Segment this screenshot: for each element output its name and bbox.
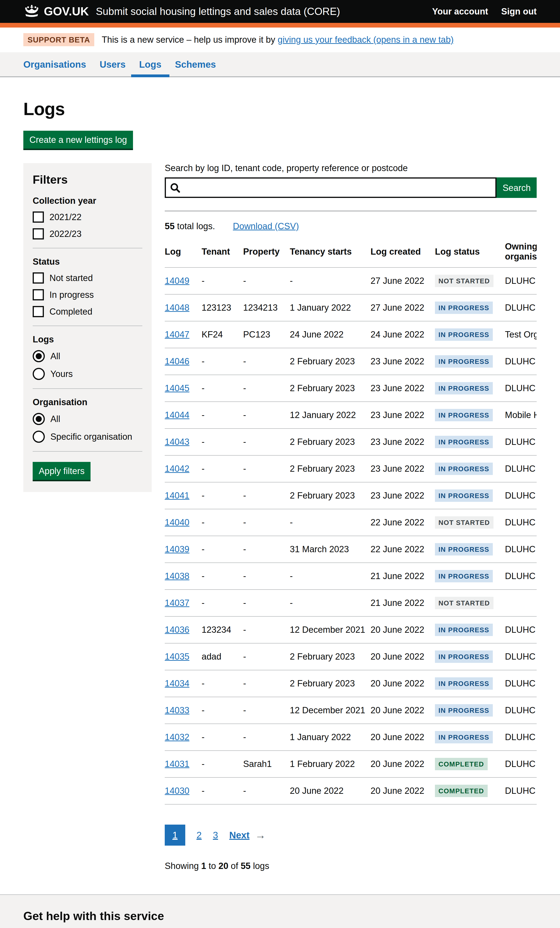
apply-filters-button[interactable]: Apply filters (33, 462, 90, 480)
log-link[interactable]: 14031 (165, 759, 189, 769)
log-created-cell: 23 June 2022 (371, 375, 435, 402)
feedback-link[interactable]: giving us your feedback (opens in a new … (278, 35, 453, 44)
checkbox-label[interactable]: Not started (49, 273, 93, 283)
log-link[interactable]: 14038 (165, 571, 189, 581)
log-link[interactable]: 14032 (165, 732, 189, 742)
checkbox-label[interactable]: 2021/22 (49, 212, 81, 222)
tenancy-starts-cell: 2 February 2023 (290, 348, 371, 375)
log-link[interactable]: 14034 (165, 679, 189, 688)
checkbox-option-2021-22[interactable]: 2021/22 (33, 211, 142, 223)
radio-label[interactable]: All (50, 414, 60, 424)
search-input[interactable] (165, 177, 496, 198)
checkbox-option-in-progress[interactable]: In progress (33, 289, 142, 301)
checkbox-option-not-started[interactable]: Not started (33, 272, 142, 284)
status-cell: IN PROGRESS (435, 724, 505, 751)
radio-option-all[interactable]: All (33, 413, 142, 425)
log-created-cell: 20 June 2022 (371, 724, 435, 751)
log-link[interactable]: 14046 (165, 356, 189, 366)
download-csv-link[interactable]: Download (CSV) (233, 221, 299, 231)
property-cell: - (243, 617, 290, 643)
sign-out-link[interactable]: Sign out (501, 6, 537, 17)
search-button[interactable]: Search (496, 177, 537, 198)
checkbox-in-progress[interactable] (33, 289, 44, 301)
radio-option-yours[interactable]: Yours (33, 368, 142, 380)
tenant-cell: - (201, 724, 243, 751)
status-cell: NOT STARTED (435, 267, 505, 294)
radio-all[interactable] (33, 350, 45, 362)
radio-all[interactable] (33, 413, 45, 425)
tenancy-starts-cell: 1 February 2022 (290, 751, 371, 777)
pagination: 123Next→ (165, 824, 537, 846)
tenancy-starts-cell: 2 February 2023 (290, 482, 371, 509)
log-link[interactable]: 14041 (165, 491, 189, 501)
log-link[interactable]: 14033 (165, 705, 189, 715)
tenant-cell: - (201, 563, 243, 589)
header-logo-group[interactable]: GOV.UK Submit social housing lettings an… (23, 5, 340, 18)
tab-users[interactable]: Users (100, 52, 125, 76)
tab-schemes[interactable]: Schemes (175, 52, 216, 76)
tenancy-starts-cell: 24 June 2022 (290, 321, 371, 348)
checkbox-label[interactable]: 2022/23 (49, 229, 81, 239)
page-1[interactable]: 1 (165, 824, 185, 846)
log-link[interactable]: 14049 (165, 276, 189, 286)
page-3[interactable]: 3 (213, 830, 218, 841)
primary-nav: OrganisationsUsersLogsSchemes (0, 52, 560, 77)
owning-organisation-cell: DLUHC Test (505, 536, 537, 563)
radio-option-all[interactable]: All (33, 350, 142, 362)
log-link[interactable]: 14045 (165, 383, 189, 393)
status-badge: IN PROGRESS (435, 624, 493, 636)
radio-yours[interactable] (33, 368, 45, 380)
log-link[interactable]: 14043 (165, 437, 189, 447)
showing-from: 1 (201, 861, 206, 871)
checkbox-not-started[interactable] (33, 272, 44, 284)
showing-of: of (229, 861, 241, 871)
status-badge: IN PROGRESS (435, 731, 493, 743)
checkbox-completed[interactable] (33, 306, 44, 317)
property-cell: - (243, 563, 290, 589)
checkbox-label[interactable]: Completed (49, 307, 92, 317)
table-row: 14032--1 January 202220 June 2022IN PROG… (165, 724, 537, 751)
checkbox-option-2022-23[interactable]: 2022/23 (33, 228, 142, 240)
log-link[interactable]: 14042 (165, 464, 189, 473)
log-link[interactable]: 14047 (165, 330, 189, 339)
checkbox-2021-22[interactable] (33, 211, 44, 223)
radio-specific-organisation[interactable] (33, 430, 45, 443)
log-link[interactable]: 14044 (165, 410, 189, 420)
checkbox-2022-23[interactable] (33, 228, 44, 240)
log-link[interactable]: 14039 (165, 544, 189, 554)
radio-label[interactable]: Specific organisation (50, 432, 132, 442)
table-row: 14030--20 June 202220 June 2022COMPLETED… (165, 777, 537, 804)
radio-label[interactable]: All (50, 351, 60, 361)
checkbox-label[interactable]: In progress (49, 290, 94, 300)
col-tenant: Tenant (201, 241, 243, 267)
create-lettings-log-button[interactable]: Create a new lettings log (23, 131, 133, 149)
property-cell: - (243, 429, 290, 455)
col-owning-organisation: Owning organisation (505, 241, 537, 267)
log-link[interactable]: 14036 (165, 625, 189, 635)
property-cell: - (243, 402, 290, 429)
log-link[interactable]: 14048 (165, 303, 189, 313)
log-link[interactable]: 14030 (165, 786, 189, 796)
radio-label[interactable]: Yours (50, 369, 73, 379)
filter-group-logs: LogsAllYours (33, 334, 142, 380)
showing-suffix: logs (250, 861, 269, 871)
property-cell: Sarah1 (243, 751, 290, 777)
showing-line: Showing 1 to 20 of 55 logs (165, 861, 537, 894)
page-2[interactable]: 2 (197, 830, 201, 841)
service-name[interactable]: Submit social housing lettings and sales… (96, 6, 340, 17)
next-page-link[interactable]: Next (229, 830, 250, 841)
accent-bar (0, 23, 560, 27)
checkbox-option-completed[interactable]: Completed (33, 306, 142, 317)
log-link[interactable]: 14037 (165, 598, 189, 608)
tab-organisations[interactable]: Organisations (23, 52, 86, 76)
radio-option-specific-organisation[interactable]: Specific organisation (33, 430, 142, 443)
status-cell: IN PROGRESS (435, 294, 505, 321)
owning-organisation-cell: Mobile Housing (505, 402, 537, 429)
tenant-cell: - (201, 751, 243, 777)
status-cell: NOT STARTED (435, 509, 505, 536)
your-account-link[interactable]: Your account (432, 6, 488, 17)
tenancy-starts-cell: 2 February 2023 (290, 455, 371, 482)
tab-logs[interactable]: Logs (139, 52, 162, 76)
log-link[interactable]: 14035 (165, 652, 189, 661)
log-link[interactable]: 14040 (165, 517, 189, 527)
